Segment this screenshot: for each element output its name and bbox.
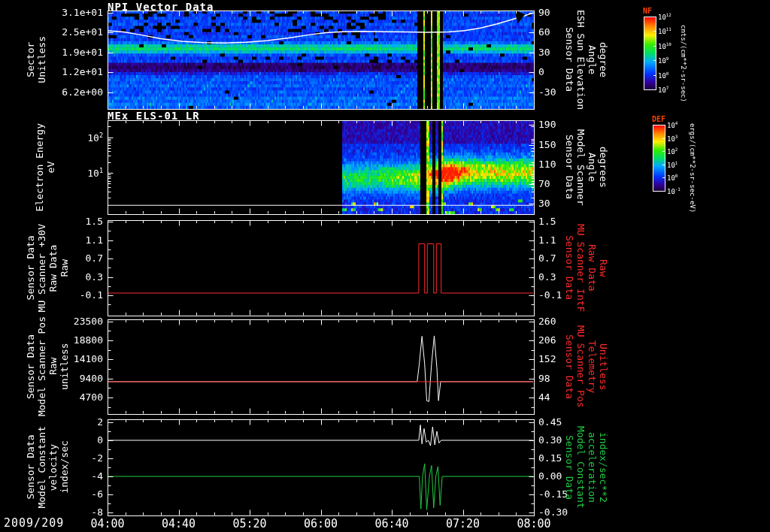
plot-window: NPI Vector Data MEx ELS-01 LR 2009/209 N… bbox=[0, 0, 770, 532]
plot-canvas bbox=[0, 0, 770, 532]
